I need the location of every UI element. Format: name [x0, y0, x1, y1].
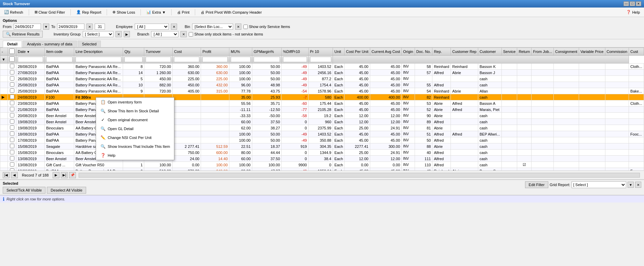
- row-checkbox[interactable]: [8, 137, 16, 143]
- context-menu-item-0[interactable]: 📋 Open inventory form: [96, 98, 174, 107]
- tab-analysis[interactable]: Analysis - summary of data: [23, 41, 77, 47]
- row-checkbox[interactable]: [8, 131, 16, 137]
- filter-linedesc[interactable]: [74, 56, 123, 64]
- employee-clear-button[interactable]: ✕: [171, 24, 177, 30]
- filter-turnover-input[interactable]: [146, 57, 171, 62]
- branch-select[interactable]: [ All ]: [151, 31, 178, 37]
- row-checkbox[interactable]: [8, 88, 16, 94]
- employee-select[interactable]: [ All ]: [135, 24, 169, 30]
- col-header-commission[interactable]: Commission: [605, 48, 629, 56]
- filter-qty-input[interactable]: [124, 57, 143, 62]
- filter-cost[interactable]: [173, 56, 201, 64]
- minimize-button[interactable]: —: [623, 1, 629, 6]
- row-checkbox[interactable]: [8, 70, 16, 76]
- row-checkbox[interactable]: [8, 113, 16, 119]
- filter-date[interactable]: [16, 56, 45, 64]
- table-row[interactable]: 25/08/2019 BatPAA Battery Panasonic AA R…: [0, 82, 644, 88]
- col-header-service[interactable]: Service: [501, 48, 517, 56]
- inventory-group-select[interactable]: [ Select ]: [83, 31, 113, 37]
- table-row[interactable]: 26/08/2019 BatPAA Battery Panasonic AA R…: [0, 76, 644, 82]
- select-all-checkbox[interactable]: [9, 48, 15, 54]
- row-checkbox[interactable]: [8, 150, 16, 156]
- filter-date-input[interactable]: [18, 57, 43, 62]
- row-checkbox[interactable]: [8, 64, 16, 70]
- filter-gpmargin[interactable]: [252, 56, 282, 64]
- filter-profit-input[interactable]: [202, 57, 228, 62]
- context-menu-item-2[interactable]: ✓ Open original document: [96, 115, 174, 124]
- refresh-button[interactable]: 🔄 Refresh: [2, 9, 25, 15]
- col-header-mu[interactable]: MU%: [229, 48, 252, 56]
- col-header-fromjob[interactable]: From Job...: [532, 48, 554, 56]
- filter-cost-input[interactable]: [174, 57, 199, 62]
- col-header-rep[interactable]: Rep.: [432, 48, 451, 56]
- from-date-clear-button[interactable]: ▼: [43, 24, 49, 30]
- show-service-items-checkbox[interactable]: [243, 25, 248, 29]
- filter-gpmargin-input[interactable]: [254, 57, 280, 62]
- filter-mu-input[interactable]: [231, 57, 251, 62]
- rep-report-button[interactable]: 👤 Rep Report: [74, 9, 103, 15]
- col-header-date[interactable]: Date ▼: [16, 48, 45, 56]
- show-loss-button[interactable]: ⊗ Show Loss: [110, 9, 137, 15]
- row-checkbox[interactable]: [8, 119, 16, 125]
- table-row[interactable]: 25/08/2019 BatPAA Battery Panasonic AA R…: [0, 88, 644, 94]
- edit-filter-button[interactable]: Edit Filter: [525, 181, 548, 188]
- from-date-input[interactable]: [14, 24, 41, 30]
- row-checkbox[interactable]: [8, 143, 16, 150]
- grid-report-select[interactable]: [ Select ]: [572, 181, 626, 188]
- row-checkbox[interactable]: [8, 162, 16, 168]
- col-header-gpmargin[interactable]: GPMargin%: [252, 48, 282, 56]
- select-all-visible-button[interactable]: Select/Tick All Visible: [3, 187, 45, 194]
- col-header-qty[interactable]: Qty.: [123, 48, 144, 56]
- to-date-clear-button[interactable]: ✕: [86, 24, 93, 30]
- col-header-itemcode[interactable]: Item code: [44, 48, 74, 56]
- filter-itemcode-input[interactable]: [46, 57, 72, 62]
- filter-profit[interactable]: [201, 56, 229, 64]
- table-row[interactable]: 28/08/2019 BatPAA Battery Panasonic AA R…: [0, 64, 644, 70]
- row-checkbox[interactable]: [8, 168, 16, 171]
- col-header-costperunit[interactable]: Cost Per Unit: [345, 48, 370, 56]
- col-header-sort[interactable]: -: [0, 48, 8, 56]
- print-button[interactable]: 🖨 Print: [175, 10, 192, 15]
- print-pivot-button[interactable]: 🖨 Print Pivot With Company Header: [199, 10, 264, 15]
- col-header-sel[interactable]: [8, 48, 16, 56]
- col-header-currentavgcost[interactable]: Current Avg Cost: [370, 48, 402, 56]
- table-row[interactable]: 13/08/2019 BatPAA Battery Panasonic AA R…: [0, 168, 644, 171]
- inventory-group-clear-button[interactable]: ✕: [116, 31, 122, 37]
- close-button[interactable]: ✕: [636, 1, 641, 6]
- table-row[interactable]: 27/08/2019 BatPAA Battery Panasonic AA R…: [0, 70, 644, 76]
- grid-report-dropdown-button[interactable]: ▼: [628, 182, 634, 188]
- col-header-diffpr10[interactable]: %DiffPr10: [282, 48, 309, 56]
- row-checkbox[interactable]: [8, 76, 16, 82]
- filter-pr10-input[interactable]: [310, 57, 332, 62]
- help-button[interactable]: ❓ Help: [624, 9, 642, 15]
- filter-diffpr10-input[interactable]: [283, 57, 307, 62]
- filter-mu[interactable]: [229, 56, 252, 64]
- context-menu-item-3[interactable]: 🔍 Open GL Detail: [96, 124, 174, 133]
- maximize-button[interactable]: □: [630, 1, 635, 6]
- filter-qty[interactable]: [123, 56, 144, 64]
- row-checkbox[interactable]: [8, 107, 16, 113]
- col-header-variableprice[interactable]: Variable Price: [579, 48, 605, 56]
- context-menu-item-5[interactable]: 🔍 Show Invoices That Include This Item: [96, 142, 174, 151]
- col-header-customer[interactable]: Customer: [478, 48, 501, 56]
- deselect-all-visible-button[interactable]: Deselect All Visible: [47, 187, 86, 194]
- clear-grid-filter-button[interactable]: ⊠ Clear Grid Filter: [32, 9, 67, 15]
- show-stock-items-checkbox[interactable]: [189, 32, 193, 37]
- col-header-unit[interactable]: Unit: [333, 48, 345, 56]
- branch-clear-button[interactable]: ✕: [180, 31, 187, 37]
- horizontal-scrollbar[interactable]: [79, 173, 640, 178]
- extra-button[interactable]: 📊 Extra ▼: [144, 9, 168, 15]
- nav-next-button[interactable]: ▶: [53, 172, 59, 178]
- row-checkbox[interactable]: [8, 94, 16, 100]
- nav-first-button[interactable]: |◀: [3, 172, 10, 178]
- filter-check-all[interactable]: [9, 56, 15, 62]
- filter-turnover[interactable]: [144, 56, 173, 64]
- tab-detail[interactable]: Detail: [3, 41, 22, 47]
- context-menu-item-4[interactable]: ✏️ Change NSI Cost Per Unit: [96, 133, 174, 142]
- inventory-group-go-button[interactable]: ▶: [124, 31, 130, 37]
- col-header-origin[interactable]: Origin: [402, 48, 415, 56]
- tab-selected[interactable]: Selected: [78, 41, 101, 47]
- table-row[interactable]: 13/08/2019 Gift Card ... Gift Voucher R5…: [0, 162, 644, 168]
- filter-pr10[interactable]: [308, 56, 333, 64]
- col-header-pr10[interactable]: Pr 10: [308, 48, 333, 56]
